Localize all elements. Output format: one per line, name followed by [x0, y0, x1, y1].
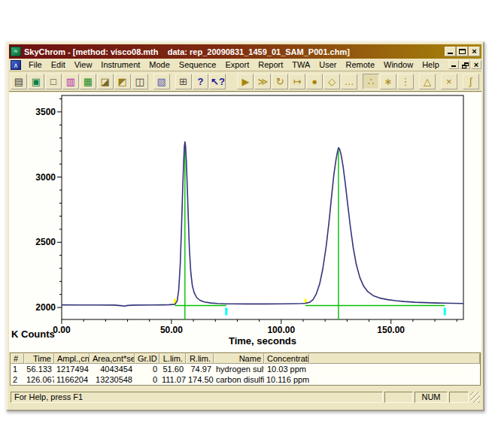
- status-panel-caps: [384, 392, 413, 403]
- copy-button[interactable]: ▧: [153, 74, 170, 89]
- chromatogram-window-button[interactable]: ▥: [62, 74, 79, 89]
- new-report-icon: ▤: [14, 77, 23, 86]
- table-cell: 10.116 ppm: [264, 374, 309, 385]
- maximize-button[interactable]: [457, 47, 468, 56]
- sequence-window-button[interactable]: ▦: [80, 74, 96, 89]
- plot-area[interactable]: [62, 95, 463, 319]
- status-bar: For Help, press F1 NUM: [9, 390, 481, 404]
- menu-item-edit[interactable]: Edit: [47, 59, 70, 70]
- column-header-Area,cnt*sec.[interactable]: Area,cnt*sec.: [90, 353, 135, 364]
- context-help-button[interactable]: ↖?: [209, 74, 226, 89]
- peaks-button[interactable]: △: [419, 74, 436, 89]
- options-ellipsis-button[interactable]: ⋮: [397, 74, 414, 89]
- column-header-R.lim.[interactable]: R.lim.: [186, 353, 214, 364]
- exchange-button[interactable]: ◇: [323, 74, 340, 89]
- child-minimize-button[interactable]: [448, 60, 459, 69]
- new-file-button[interactable]: □: [45, 74, 62, 89]
- copy-icon: ▧: [156, 77, 166, 86]
- options-ellipsis-icon: ⋮: [400, 77, 410, 86]
- status-message: For Help, press F1: [11, 392, 383, 403]
- column-header-Ampl.,cnt[interactable]: Ampl.,cnt: [54, 353, 90, 364]
- menu-item-help[interactable]: Help: [418, 59, 444, 70]
- chromatogram-window-icon: ▥: [66, 77, 75, 86]
- child-window-icon[interactable]: ∧: [11, 60, 21, 70]
- x-tick-label: 50.00: [160, 325, 183, 335]
- save-button[interactable]: ◫: [132, 74, 148, 89]
- instrument-status-button[interactable]: ▣: [28, 74, 44, 89]
- table-cell: 4043454: [90, 364, 135, 374]
- minimize-icon: [448, 53, 453, 54]
- menu-item-window[interactable]: Window: [379, 59, 418, 70]
- title-bar[interactable]: ≈ SkyChrom - [method: visco08.mth data: …: [9, 44, 481, 59]
- sparkle-button[interactable]: ∗: [380, 74, 396, 89]
- baseline-integral-icon: ∫: [469, 77, 472, 86]
- fast-forward-icon: ≫: [258, 77, 269, 86]
- column-header-L.lim.[interactable]: L.lim.: [159, 353, 186, 364]
- close-icon: ×: [469, 47, 479, 56]
- peak-table[interactable]: #TimeAmpl.,cntArea,cnt*sec.Gr.IDL.lim.R.…: [10, 353, 481, 386]
- column-header-Name[interactable]: Name: [214, 353, 264, 364]
- column-header-Gr.ID[interactable]: Gr.ID: [135, 353, 159, 364]
- column-header-filler[interactable]: [309, 353, 480, 364]
- axis-tool-button[interactable]: ×: [441, 74, 457, 89]
- menu-item-mode[interactable]: Mode: [144, 59, 175, 70]
- child-close-button[interactable]: ×: [471, 60, 481, 69]
- repeat-run-button[interactable]: ↻: [272, 74, 288, 89]
- menu-item-sequence[interactable]: Sequence: [175, 59, 221, 70]
- menu-item-report[interactable]: Report: [254, 59, 287, 70]
- table-cell: 51.60: [159, 364, 186, 374]
- start-run-button[interactable]: ▶: [237, 74, 254, 89]
- menu-item-export[interactable]: Export: [220, 59, 254, 70]
- table-cell: 2: [11, 374, 24, 385]
- column-header-#[interactable]: #: [11, 353, 24, 364]
- x-tick-label: 150.00: [377, 325, 405, 335]
- maximize-icon: [459, 49, 466, 54]
- menu-item-user[interactable]: User: [314, 59, 341, 70]
- print-button[interactable]: ⊞: [175, 74, 192, 89]
- fast-forward-button[interactable]: ≫: [254, 74, 271, 89]
- table-cell: [309, 374, 480, 385]
- table-row[interactable]: 156.13312174944043454051.6074.97hydrogen…: [11, 364, 480, 374]
- scatter-points-button[interactable]: ∴: [363, 74, 379, 89]
- menu-item-remote[interactable]: Remote: [342, 59, 380, 70]
- help-button[interactable]: ?: [193, 74, 209, 89]
- child-restore-button[interactable]: [460, 60, 470, 69]
- table-cell: 0: [135, 364, 159, 374]
- application-window: ≈ SkyChrom - [method: visco08.mth data: …: [6, 41, 484, 411]
- y-tick-label: 2500: [35, 237, 56, 247]
- menu-item-file[interactable]: File: [24, 59, 47, 70]
- stop-run-icon: ●: [311, 77, 317, 86]
- table-row[interactable]: 2126.0671166204132305480111.07174.50carb…: [11, 374, 480, 385]
- chromatogram-panel[interactable]: 20002500300035000.0050.00100.00150.00Tim…: [9, 92, 481, 352]
- sparkle-icon: ∗: [384, 77, 393, 86]
- events-button[interactable]: …: [341, 74, 357, 89]
- table-cell: 0: [135, 374, 159, 385]
- open-method-button[interactable]: ◪: [97, 74, 114, 89]
- scatter-points-icon: ∴: [368, 77, 374, 86]
- minimize-button[interactable]: [445, 47, 456, 56]
- stop-run-button[interactable]: ●: [306, 74, 323, 89]
- menu-item-view[interactable]: View: [70, 59, 97, 70]
- sequence-window-icon: ▦: [84, 77, 93, 86]
- peaks-icon: △: [424, 77, 431, 86]
- open-data-button[interactable]: ◩: [114, 74, 131, 89]
- status-panel-scrl: [449, 392, 469, 403]
- column-header-Concentration[interactable]: Concentration: [264, 353, 309, 364]
- baseline-integral-button[interactable]: ∫: [463, 74, 479, 89]
- chromatogram-svg[interactable]: 20002500300035000.0050.00100.00150.00Tim…: [9, 92, 484, 352]
- skip-to-end-button[interactable]: ↦: [289, 74, 305, 89]
- new-report-button[interactable]: ▤: [11, 74, 27, 89]
- instrument-status-icon: ▣: [32, 77, 41, 86]
- close-button[interactable]: ×: [469, 47, 480, 56]
- repeat-run-icon: ↻: [276, 77, 284, 86]
- menu-item-twa[interactable]: TWA: [287, 59, 314, 70]
- menu-item-instrument[interactable]: Instrument: [96, 59, 144, 70]
- window-title: SkyChrom - [method: visco08.mth data: re…: [24, 47, 444, 56]
- resize-grip-icon[interactable]: [470, 392, 480, 403]
- column-header-Time[interactable]: Time: [24, 353, 54, 364]
- table-cell: 111.07: [159, 374, 186, 385]
- peak-table-body: 156.13312174944043454051.6074.97hydrogen…: [11, 364, 480, 385]
- y-axis-title: K Counts: [11, 328, 55, 340]
- table-cell: 1: [11, 364, 24, 374]
- skip-to-end-icon: ↦: [293, 77, 302, 86]
